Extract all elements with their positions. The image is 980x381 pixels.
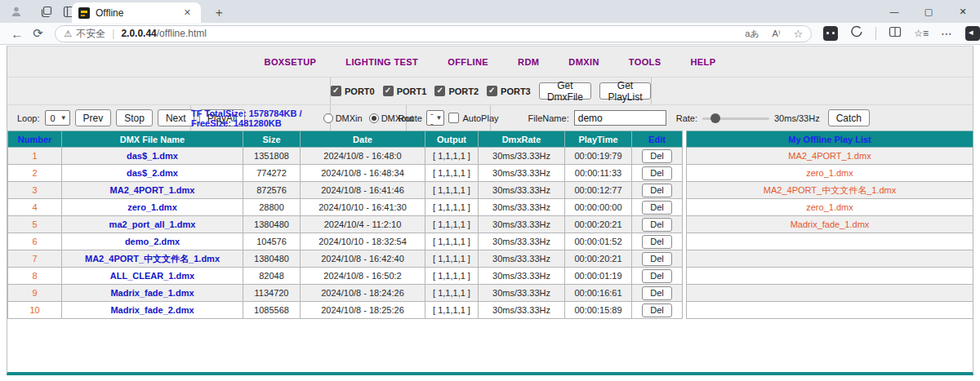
row-date: 2024/10/8 - 16:48:34 <box>301 165 425 182</box>
port2-label: PORT2 <box>448 86 479 96</box>
nav-dmxin[interactable]: DMXIN <box>568 57 599 67</box>
favorites-icon[interactable]: ☆≡ <box>914 28 929 39</box>
playlist-item <box>687 250 973 268</box>
port2-checkbox-group[interactable]: PORT2 <box>434 86 479 96</box>
row-dmxrate: 30ms/33.33Hz <box>479 233 565 250</box>
filename-input[interactable] <box>574 110 666 126</box>
dmx-file-link[interactable]: demo_2.dmx <box>62 233 243 250</box>
dmx-file-link[interactable]: ALL_CLEAR_1.dmx <box>62 268 243 285</box>
workspaces-icon[interactable] <box>36 2 56 20</box>
loop-select[interactable]: 0 ▼ <box>45 110 70 126</box>
get-dmxfile-button[interactable]: Get DmxFile <box>539 82 591 100</box>
nav-tools[interactable]: TOOLS <box>629 57 662 67</box>
port3-checkbox-group[interactable]: PORT3 <box>487 86 531 96</box>
back-icon[interactable]: ← <box>7 27 28 41</box>
dmx-file-link[interactable]: MA2_4PORT_1.dmx <box>62 182 243 199</box>
del-button[interactable]: Del <box>642 303 672 317</box>
dmxin-radio-group[interactable]: DMXin <box>323 113 363 123</box>
dmx-file-link[interactable]: Madrix_fade_1.dmx <box>62 285 243 302</box>
main-nav: BOXSETUP LIGHTING TEST OFFLINE RDM DMXIN… <box>7 47 973 78</box>
profile-icon[interactable] <box>7 2 26 20</box>
del-button[interactable]: Del <box>642 235 672 249</box>
tf-size-info: TF TotalSize: 1578784KB / FreeSize: 1481… <box>191 109 330 128</box>
next-button[interactable]: Next <box>158 109 194 126</box>
table-row: 1 das$_1.dmx 1351808 2024/10/8 - 16:48:0… <box>8 148 683 165</box>
nav-offline[interactable]: OFFLINE <box>448 57 488 67</box>
port2-checkbox[interactable] <box>434 86 445 96</box>
nav-rdm[interactable]: RDM <box>518 57 539 67</box>
route-segment: Route -- ▼ AutoPlay <box>407 105 491 131</box>
port3-label: PORT3 <box>501 86 531 96</box>
dmxin-radio[interactable] <box>323 113 333 123</box>
dmx-file-link[interactable]: MA2_4PORT_中文文件名_1.dmx <box>62 250 243 268</box>
dmx-file-table: Number DMX File Name Size Date Output Dm… <box>7 131 683 319</box>
row-date: 2024/10/8 - 18:25:26 <box>301 302 425 319</box>
browser-tab-offline[interactable]: Offline ✕ <box>72 2 201 23</box>
row-playtime: 00:00:15:89 <box>565 302 632 319</box>
refresh-icon[interactable]: ⟳ <box>28 26 49 41</box>
route-select[interactable]: -- ▼ <box>426 110 445 126</box>
browser-toolbar: ← ⟳ ⚠ 不安全 | 2.0.0.44 /offline.html aあ A⁾… <box>0 23 980 45</box>
port0-checkbox-group[interactable]: PORT0 <box>331 86 375 96</box>
translate-icon[interactable]: aあ <box>745 28 759 40</box>
port1-checkbox-group[interactable]: PORT1 <box>383 86 427 96</box>
catch-button[interactable]: Catch <box>828 109 870 126</box>
dmxout-radio[interactable] <box>369 113 379 123</box>
new-tab-button[interactable]: ＋ <box>209 3 229 21</box>
read-aloud-icon[interactable]: A⁾ <box>773 29 781 39</box>
del-button[interactable]: Del <box>642 269 672 283</box>
playlist-item: MA2_4PORT_1.dmx <box>687 148 973 165</box>
split-screen-icon[interactable] <box>889 25 902 42</box>
get-playlist-button[interactable]: Get PlayList <box>599 82 651 100</box>
nav-lighting-test[interactable]: LIGHTING TEST <box>345 57 418 67</box>
dmx-file-link[interactable]: Madrix_fade_2.dmx <box>62 302 243 319</box>
autoplay-checkbox[interactable] <box>448 113 459 123</box>
address-bar[interactable]: ⚠ 不安全 | 2.0.0.44 /offline.html aあ A⁾ ☆ <box>55 25 812 42</box>
del-button[interactable]: Del <box>642 184 672 197</box>
copilot-sidebar-icon[interactable] <box>965 26 980 41</box>
del-button[interactable]: Del <box>642 286 672 300</box>
minimize-button[interactable]: — <box>877 0 911 23</box>
del-button[interactable]: Del <box>642 166 672 180</box>
not-secure-label: 不安全 <box>76 27 105 41</box>
del-button[interactable]: Del <box>642 252 672 266</box>
row-output: [ 1,1,1,1 ] <box>425 216 479 233</box>
dmx-file-link[interactable]: das$_2.dmx <box>62 165 243 182</box>
del-button[interactable]: Del <box>642 201 672 215</box>
row-playtime: 00:00:19:79 <box>565 148 632 165</box>
tab-close-icon[interactable]: ✕ <box>180 7 194 19</box>
nav-boxsetup[interactable]: BOXSETUP <box>265 57 317 67</box>
del-button[interactable]: Del <box>642 218 672 232</box>
browser-essentials-icon[interactable] <box>850 25 863 42</box>
favorite-star-icon[interactable]: ☆ <box>794 28 804 40</box>
playlist-row: zero_1.dmx <box>687 165 973 182</box>
row-size: 104576 <box>243 233 301 250</box>
nav-help[interactable]: HELP <box>690 57 715 67</box>
row-playtime: 00:00:01:19 <box>565 268 632 285</box>
row-playtime: 00:00:20:21 <box>565 250 632 268</box>
dmx-file-link[interactable]: zero_1.dmx <box>62 199 243 216</box>
col-playlist: My Offline Play List <box>687 131 973 148</box>
row-number: 6 <box>8 233 62 250</box>
playlist-row: Madrix_fade_1.dmx <box>687 216 973 233</box>
dmx-file-link[interactable]: das$_1.dmx <box>62 148 243 165</box>
dmx-table-body: 1 das$_1.dmx 1351808 2024/10/8 - 16:48:0… <box>8 148 683 319</box>
row-date: 2024/10/10 - 18:32:54 <box>301 233 425 250</box>
close-button[interactable]: ✕ <box>946 0 980 23</box>
port3-checkbox[interactable] <box>487 86 497 96</box>
table-row: 6 demo_2.dmx 104576 2024/10/10 - 18:32:5… <box>8 233 683 250</box>
settings-menu-icon[interactable]: ⋯ <box>941 27 953 40</box>
port0-checkbox[interactable] <box>331 86 341 96</box>
prev-button[interactable]: Prev <box>75 109 112 126</box>
loop-label: Loop: <box>17 113 40 123</box>
stop-button[interactable]: Stop <box>116 109 153 126</box>
rate-slider-thumb[interactable] <box>710 113 720 123</box>
row-date: 2024/10/4 - 11:2:10 <box>301 216 425 233</box>
port1-checkbox[interactable] <box>383 86 394 96</box>
maximize-button[interactable]: ▢ <box>911 0 946 23</box>
port0-label: PORT0 <box>345 86 375 96</box>
del-button[interactable]: Del <box>642 149 672 163</box>
dmx-file-link[interactable]: ma2_port_all_1.dmx <box>62 216 243 233</box>
extension-icon[interactable] <box>823 26 838 41</box>
rate-slider[interactable] <box>702 113 769 123</box>
